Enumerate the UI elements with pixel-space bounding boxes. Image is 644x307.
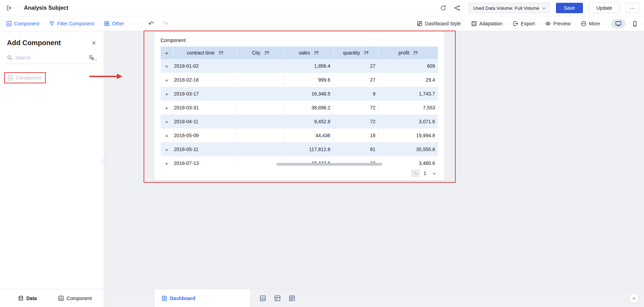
table-cell: 2018-03-31 xyxy=(173,101,237,115)
filter-icon xyxy=(49,21,54,26)
refresh-icon[interactable] xyxy=(440,5,446,11)
component-icon xyxy=(6,21,12,26)
horizontal-scrollbar[interactable] xyxy=(276,163,382,166)
filter-sort-icon[interactable] xyxy=(88,55,97,60)
table-cell: 18 xyxy=(333,128,378,142)
tab-component[interactable]: Component xyxy=(58,296,92,301)
expand-row-icon[interactable]: + xyxy=(165,105,168,111)
data-volume-dropdown[interactable]: Used Data Volume: Full Volume xyxy=(469,3,550,13)
expand-row-icon[interactable]: + xyxy=(165,119,168,125)
adaptation-button[interactable]: Adaptation xyxy=(471,21,503,26)
table-row[interactable]: +2018-05-11117,812.88135,555.8 xyxy=(161,142,438,156)
lineage-icon[interactable] xyxy=(454,5,460,11)
column-label: quantity xyxy=(343,50,360,56)
table-cell xyxy=(237,101,284,115)
chart-shortcut-icon[interactable] xyxy=(260,295,266,301)
column-header-sales[interactable]: sales xyxy=(284,47,333,59)
add-filter-component-label: Filter Component xyxy=(57,21,94,26)
page-down-button[interactable] xyxy=(430,169,439,177)
dashboard-component-card[interactable]: Component +contract time City sales quan… xyxy=(154,32,444,180)
expand-all-button[interactable]: + xyxy=(161,47,173,59)
sort-icon[interactable] xyxy=(218,50,223,55)
add-component-link[interactable]: Component xyxy=(6,21,39,26)
mobile-icon xyxy=(632,21,638,27)
tab-dashboard-label: Dashboard xyxy=(170,296,195,301)
page-up-button[interactable] xyxy=(411,169,420,177)
table-cell: 609 xyxy=(378,59,438,73)
component-tab-icon xyxy=(58,296,64,301)
panel-resize-handle[interactable]: ⋮⋮ xyxy=(100,157,108,163)
column-header-city[interactable]: City xyxy=(237,47,284,59)
exit-icon[interactable] xyxy=(5,3,14,13)
table-row[interactable]: +2018-01-021,856.427609 xyxy=(161,59,438,73)
expand-row-icon[interactable]: + xyxy=(165,91,168,97)
table-cell: 1,743.7 xyxy=(378,87,438,101)
table-cell: 1,856.4 xyxy=(284,59,333,73)
more-circle-icon xyxy=(581,21,586,26)
table-row[interactable]: +2018-04-119,452.8723,071.6 xyxy=(161,115,438,128)
close-icon[interactable]: ✕ xyxy=(92,40,96,46)
search-input[interactable] xyxy=(15,55,86,60)
column-header-contract-time[interactable]: contract time xyxy=(173,47,237,59)
table-row[interactable]: +2018-02-18999.62729.4 xyxy=(161,73,438,87)
column-label: profit xyxy=(398,50,409,56)
expand-row-icon[interactable]: + xyxy=(165,63,168,69)
update-button[interactable]: Update xyxy=(589,3,620,13)
table-shortcut-icon[interactable] xyxy=(274,295,281,301)
tab-data[interactable]: Data xyxy=(18,296,37,301)
list-shortcut-icon[interactable] xyxy=(289,295,295,301)
more-button[interactable]: More xyxy=(581,21,600,26)
table-cell: 2018-02-18 xyxy=(173,73,237,87)
table-cell: 2018-05-09 xyxy=(173,128,237,142)
desktop-view-toggle[interactable] xyxy=(611,19,626,28)
table-row[interactable]: +2018-03-1716,348.591,743.7 xyxy=(161,87,438,101)
sort-icon[interactable] xyxy=(413,50,418,55)
table-cell xyxy=(237,128,284,142)
annotation-rect: Component +contract time City sales quan… xyxy=(144,31,456,183)
component-item-icon xyxy=(8,75,13,81)
data-volume-label: Used Data Volume: Full Volume xyxy=(473,6,539,11)
preview-button[interactable]: Preview xyxy=(545,21,570,26)
table-row[interactable]: +2018-05-0944,4361819,994.8 xyxy=(161,128,438,142)
tab-data-label: Data xyxy=(26,296,37,301)
sort-icon[interactable] xyxy=(314,50,319,55)
data-table: +contract time City sales quantity profi… xyxy=(161,47,438,167)
component-library-item[interactable]: Component xyxy=(8,75,41,81)
export-label: Export xyxy=(521,21,535,26)
table-cell: 27 xyxy=(333,59,378,73)
expand-row-icon[interactable]: + xyxy=(165,160,168,166)
table-body: +2018-01-021,856.427609+2018-02-18999.62… xyxy=(161,59,438,167)
collapse-icon[interactable] xyxy=(629,293,639,304)
bottom-bar: Data Component Dashboard xyxy=(0,289,644,307)
dashboard-style-button[interactable]: Dashboard Style xyxy=(417,21,461,26)
sort-icon[interactable] xyxy=(364,50,369,55)
add-filter-component-link[interactable]: Filter Component xyxy=(49,21,94,26)
expand-row-icon[interactable]: + xyxy=(165,133,168,139)
table-cell: 3,071.6 xyxy=(378,115,438,128)
table-cell xyxy=(237,87,284,101)
expand-row-icon[interactable]: + xyxy=(165,77,168,83)
column-header-quantity[interactable]: quantity xyxy=(333,47,378,59)
dashboard-style-icon xyxy=(417,21,422,26)
export-button[interactable]: Export xyxy=(513,21,535,26)
annotation-arrow xyxy=(89,74,123,79)
table-cell: 117,812.8 xyxy=(284,142,333,156)
mobile-view-toggle[interactable] xyxy=(632,21,638,27)
sort-icon[interactable] xyxy=(264,50,269,55)
top-bar: Analysis Subject Used Data Volume: Full … xyxy=(0,0,644,16)
save-button[interactable]: Save xyxy=(556,3,583,13)
redo-icon[interactable]: ↷ xyxy=(163,20,169,28)
tab-dashboard[interactable]: Dashboard xyxy=(154,289,251,307)
table-row[interactable]: +2018-03-3138,896.2727,553 xyxy=(161,101,438,115)
table-cell: 9,452.8 xyxy=(284,115,333,128)
database-icon xyxy=(18,296,24,301)
add-other-link[interactable]: Other xyxy=(104,21,124,26)
table-cell: 999.6 xyxy=(284,73,333,87)
more-options-button[interactable]: ⋯ xyxy=(626,3,639,13)
search-icon xyxy=(7,55,12,60)
adaptation-icon xyxy=(471,21,477,26)
column-header-profit[interactable]: profit xyxy=(378,47,438,59)
expand-row-icon[interactable]: + xyxy=(165,147,168,152)
undo-icon[interactable]: ↶ xyxy=(148,20,154,28)
dashboard-icon xyxy=(162,296,167,301)
